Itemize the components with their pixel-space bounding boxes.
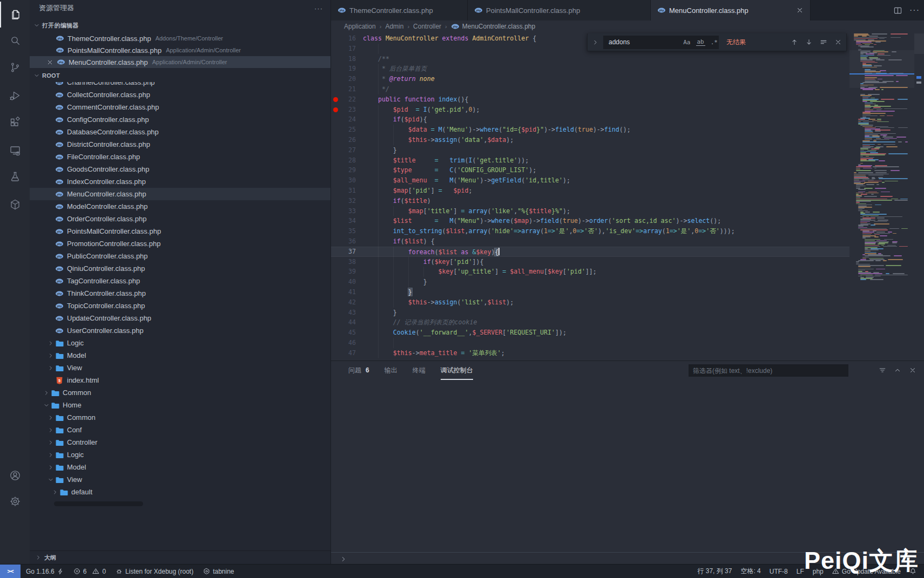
tree-item-publiccontroller-class-php[interactable]: phpPublicController.class.php [30,250,331,262]
tree-item-conf[interactable]: Conf [30,424,331,436]
close-icon[interactable] [46,59,53,66]
code-line[interactable]: 38 if($key['pid']){ [331,257,849,267]
code-line[interactable]: 24 if($pid){ [331,114,849,125]
panel-tab-终端[interactable]: 终端 [413,366,426,375]
tree-item-controller[interactable]: Controller [30,436,331,448]
breadcrumb-item[interactable]: Application [344,23,376,30]
tree-item-menucontroller-class-php[interactable]: phpMenuController.class.php [30,188,331,200]
activity-run-debug-icon[interactable] [0,83,30,108]
activity-testing-icon[interactable] [0,164,30,189]
close-tab-icon[interactable] [796,6,804,14]
code-line[interactable]: 23 $pid = I('get.pid',0); [331,105,849,115]
activity-search-icon[interactable] [0,28,30,53]
maximize-panel-icon[interactable] [894,366,901,374]
code-line[interactable]: 27 } [331,145,849,155]
find-collapse-chevron-icon[interactable] [592,39,599,46]
tree-item-view[interactable]: View [30,473,331,486]
tree-item-pointsmallcontroller-class-php[interactable]: phpPointsMallController.class.php [30,225,331,237]
tree-item-indexcontroller-class-php[interactable]: phpIndexController.class.php [30,175,331,188]
tree-item-ordercontroller-class-php[interactable]: phpOrderController.class.php [30,213,331,225]
code-line[interactable]: 29 $type = C('CONFIG_GROUP_LIST'); [331,165,849,175]
minimap[interactable] [849,32,914,361]
code-line[interactable]: 21 */ [331,84,849,94]
tree-item-topiccontroller-class-php[interactable]: phpTopicController.class.php [30,300,331,312]
code-line[interactable]: 46 [331,338,849,348]
code-line[interactable]: 45 Cookie('__forward__',$_SERVER['REQUES… [331,328,849,338]
tree-item-updatecontroller-class-php[interactable]: phpUpdateController.class.php [30,312,331,324]
tree-item-databasecontroller-class-php[interactable]: phpDatabaseController.class.php [30,126,331,138]
code-editor[interactable]: 16class MenuController extends AdminCont… [331,32,924,361]
tab-pointsmallcontroller-class-php[interactable]: phpPointsMallController.class.php [468,0,651,21]
tree-horizontal-scrollbar[interactable] [54,501,143,506]
close-find-icon[interactable] [834,38,842,46]
open-editor-item[interactable]: phpMenuController.class.phpApplication/A… [30,56,331,68]
activity-explorer-icon[interactable] [0,2,30,28]
tree-item-usercontroller-class-php[interactable]: phpUserController.class.php [30,324,331,337]
activity-package-icon[interactable] [0,192,30,217]
previous-match-icon[interactable] [791,38,798,46]
code-line[interactable]: 39 $key['up_title'] = $all_menu[$key['pi… [331,267,849,277]
next-match-icon[interactable] [805,38,813,46]
close-panel-icon[interactable] [909,366,916,374]
code-line[interactable]: 42 $this->assign('list',$list); [331,297,849,308]
tree-item-view[interactable]: View [30,362,331,374]
tree-item-model[interactable]: Model [30,349,331,362]
code-line[interactable]: 32 if($title) [331,196,849,206]
find-in-selection-icon[interactable] [820,38,827,46]
code-line[interactable]: 35 int_to_string($list,array('hide'=>arr… [331,226,849,236]
tree-item-home[interactable]: Home [30,399,331,411]
activity-remote-explorer-icon[interactable] [0,138,30,164]
tree-item-model[interactable]: Model [30,461,331,473]
code-line[interactable]: 20 * @return none [331,74,849,84]
tree-item-thinkcontroller-class-php[interactable]: phpThinkController.class.php [30,287,331,300]
tree-item-goodscontroller-class-php[interactable]: phpGoodsController.class.php [30,163,331,175]
status-item-tabnine[interactable]: tabnine [203,568,234,575]
outline-section[interactable]: 大纲 [30,550,331,564]
root-section-header[interactable]: ROOT [30,69,331,82]
tree-item-logic[interactable]: Logic [30,448,331,461]
tree-item-common[interactable]: Common [30,386,331,399]
panel-filter-input[interactable] [689,367,848,375]
code-line[interactable]: 47 $this->meta_title = '菜单列表'; [331,348,849,358]
tree-item-qiniucontroller-class-php[interactable]: phpQiniuController.class.php [30,262,331,275]
status-item--37-37[interactable]: 行 37, 列 37 [697,567,732,576]
tree-item-filecontroller-class-php[interactable]: phpFileController.class.php [30,151,331,163]
panel-tab-输出[interactable]: 输出 [385,366,397,375]
activity-account-icon[interactable] [0,463,30,488]
editor-more-icon[interactable]: ··· [909,5,920,15]
tab-themecontroller-class-php[interactable]: phpThemeController.class.php [331,0,468,21]
code-line[interactable]: 26 $this->assign('data',$data); [331,135,849,145]
regex-icon[interactable]: .* [710,39,719,46]
code-line[interactable]: 30 $all_menu = M('Menu')->getField('id,t… [331,175,849,186]
open-editor-item[interactable]: phpPointsMallController.class.phpApplica… [30,44,331,56]
activity-settings-icon[interactable] [0,488,30,514]
breadcrumb-item[interactable]: Controller [413,23,441,30]
code-line[interactable]: 22 public function index(){ [331,94,849,105]
breadcrumb-item[interactable]: Admin [385,23,403,30]
tree-item-modelcontroller-class-php[interactable]: phpModelController.class.php [30,200,331,213]
code-line[interactable]: 34 $list = M("Menu")->where($map)->field… [331,216,849,226]
status-item-utf-8[interactable]: UTF-8 [770,568,788,575]
breakpoint-icon[interactable] [333,107,338,112]
tree-item-tagcontroller-class-php[interactable]: phpTagController.class.php [30,275,331,287]
code-line[interactable]: 44 // 记录当前列表页的cookie [331,317,849,328]
tree-item-districtcontroller-class-php[interactable]: phpDistrictController.class.php [30,138,331,151]
code-line[interactable]: 41 } [331,287,849,297]
code-line[interactable]: 36 if($list) { [331,236,849,247]
open-editors-header[interactable]: 打开的编辑器 [30,19,331,31]
activity-extensions-icon[interactable] [0,110,30,135]
code-line[interactable]: 31 $map['pid'] = $pid; [331,186,849,196]
split-editor-icon[interactable] [894,6,902,15]
explorer-more-icon[interactable]: ··· [314,4,323,12]
tree-item-configcontroller-class-php[interactable]: phpConfigController.class.php [30,113,331,126]
panel-tab-调试控制台[interactable]: 调试控制台 [441,366,473,375]
code-line[interactable]: 18 /** [331,54,849,64]
tree-item-default[interactable]: default [30,486,331,498]
code-line[interactable]: 25 $data = M('Menu')->where("id={$pid}")… [331,125,849,135]
code-line[interactable]: 19 * 后台菜单首页 [331,64,849,74]
code-line[interactable]: 43 } [331,308,849,318]
status-item--4[interactable]: 空格: 4 [740,567,760,576]
find-input[interactable] [608,38,678,46]
panel-tab-问题[interactable]: 问题6 [348,366,369,375]
whole-word-icon[interactable]: ab [696,38,705,46]
